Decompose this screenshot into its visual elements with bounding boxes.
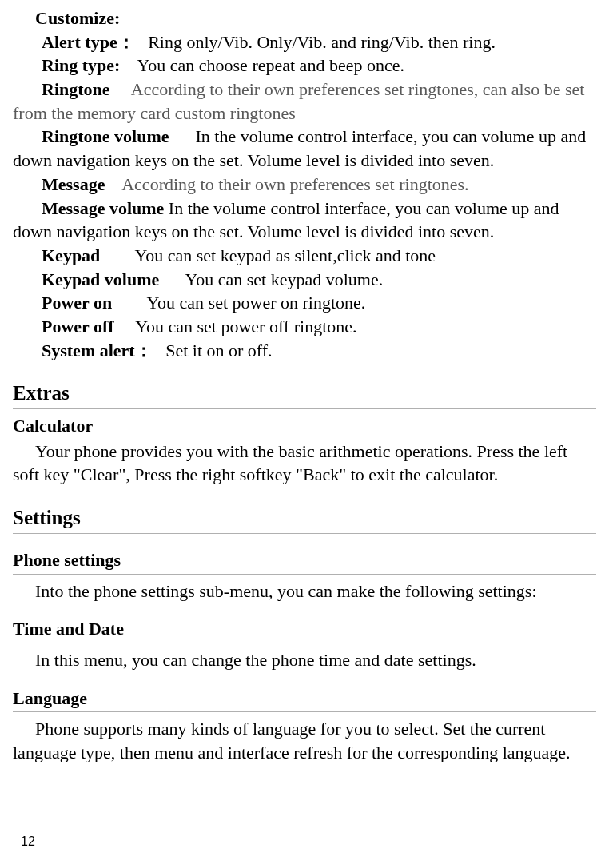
page-number: 12 (21, 833, 35, 850)
message-text: According to their own preferences set r… (121, 174, 468, 194)
power-off-row: Power off You can set power off ringtone… (13, 315, 596, 339)
calculator-text: Your phone provides you with the basic a… (13, 440, 596, 487)
power-off-text: You can set power off ringtone. (135, 317, 356, 336)
customize-section: Customize: Alert type： Ring only/Vib. On… (13, 6, 596, 362)
ring-type-text: You can choose repeat and beep once. (137, 55, 404, 75)
ringtone-label: Ringtone (42, 79, 110, 99)
power-on-label: Power on (42, 293, 112, 313)
system-alert-label: System alert： (42, 340, 153, 360)
ringtone-volume-row: Ringtone volume In the volume control in… (13, 125, 596, 172)
settings-heading: Settings (13, 504, 596, 534)
extras-heading: Extras (13, 380, 596, 409)
keypad-label: Keypad (42, 245, 100, 265)
phone-settings-text: Into the phone settings sub-menu, you ca… (13, 579, 596, 603)
phone-settings-heading: Phone settings (13, 548, 596, 575)
customize-header: Customize: (13, 6, 596, 30)
language-heading: Language (13, 687, 596, 713)
ring-type-row: Ring type: You can choose repeat and bee… (13, 54, 596, 78)
power-off-label: Power off (42, 317, 114, 336)
message-volume-label: Message volume (42, 198, 164, 218)
ring-type-label: Ring type: (42, 55, 120, 75)
time-date-heading: Time and Date (13, 617, 596, 643)
power-on-text: You can set power on ringtone. (146, 293, 365, 313)
alert-type-text: Ring only/Vib. Only/Vib. and ring/Vib. t… (148, 32, 496, 52)
keypad-row: Keypad You can set keypad as silent,clic… (13, 244, 596, 268)
alert-type-row: Alert type： Ring only/Vib. Only/Vib. and… (13, 30, 596, 54)
keypad-volume-label: Keypad volume (42, 269, 159, 289)
time-date-text: In this menu, you can change the phone t… (13, 648, 596, 672)
keypad-volume-text: You can set keypad volume. (185, 269, 383, 289)
system-alert-row: System alert： Set it on or off. (13, 339, 596, 363)
message-row: Message According to their own preferenc… (13, 173, 596, 197)
message-label: Message (42, 174, 105, 194)
system-alert-text: Set it on or off. (165, 340, 272, 360)
customize-header-label: Customize: (35, 8, 120, 28)
message-volume-row: Message volume In the volume control int… (13, 197, 596, 244)
calculator-heading: Calculator (13, 414, 596, 440)
keypad-text: You can set keypad as silent,click and t… (135, 245, 436, 265)
ringtone-row: Ringtone According to their own preferen… (13, 78, 596, 125)
power-on-row: Power on You can set power on ringtone. (13, 291, 596, 315)
keypad-volume-row: Keypad volume You can set keypad volume. (13, 268, 596, 292)
ringtone-volume-label: Ringtone volume (42, 126, 169, 146)
language-text: Phone supports many kinds of language fo… (13, 717, 596, 764)
alert-type-label: Alert type： (42, 32, 135, 52)
